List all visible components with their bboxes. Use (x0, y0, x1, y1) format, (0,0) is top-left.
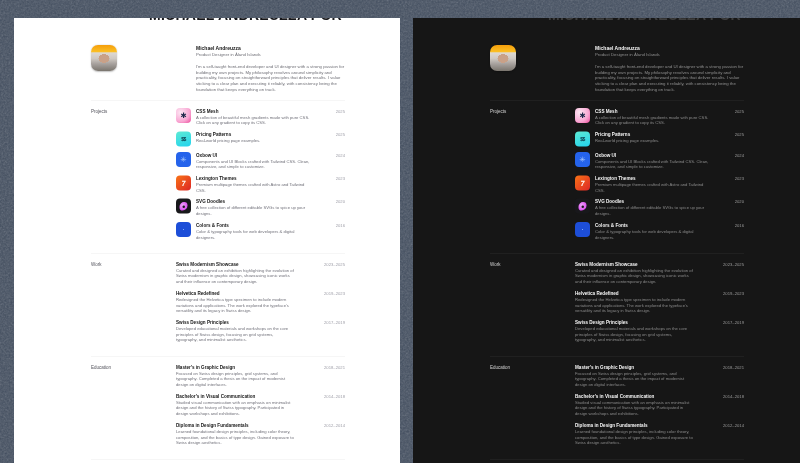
icon-glyph: ✳ (180, 156, 186, 164)
education-row[interactable]: Diploma in Design FundamentalsLearned fo… (176, 422, 345, 446)
avatar (91, 45, 117, 71)
icon-glyph: ✱ (180, 112, 186, 120)
work-row[interactable]: Swiss Modernism ShowcaseCurated and desi… (176, 261, 345, 285)
item-period: 2016 (314, 222, 345, 240)
item-period: 2012–2014 (314, 422, 345, 446)
item-description: Color & typography tools for web develop… (595, 229, 713, 240)
oxbow-ui-icon: ✳ (176, 152, 191, 167)
item-period: 2025 (314, 131, 345, 146)
profile-role: Product Designer in Åland Islands (196, 52, 345, 58)
projects-row[interactable]: ✳Oxbow UIComponents and UI Blocks crafte… (176, 152, 345, 170)
item-description: Components and UI Blocks crafted with Ta… (595, 158, 713, 169)
education-row[interactable]: Bachelor's in Visual CommunicationStudie… (575, 393, 744, 417)
item-period: 2023–2025 (314, 261, 345, 285)
item-description: A free collection of different editable … (196, 205, 314, 216)
css-mesh-icon: ✱ (575, 108, 590, 123)
cropped-page-heading: MICHAEL ANDREUZZA PORTFOLIO (548, 18, 744, 23)
item-description: Learned foundational design principles, … (575, 429, 693, 446)
lexington-themes-icon: 7 (575, 175, 590, 190)
item-description: Focused on Swiss design principles, grid… (176, 370, 294, 387)
projects-row[interactable]: $$Pricing PatternsReal-world pricing pag… (176, 131, 345, 146)
projects-row[interactable]: SVG DoodlesA free collection of differen… (575, 199, 744, 217)
item-period: 2019–2023 (713, 290, 744, 314)
projects-row[interactable]: ✳Oxbow UIComponents and UI Blocks crafte… (575, 152, 744, 170)
profile-header: Michael Andreuzza Product Designer in Ål… (14, 18, 400, 92)
item-period: 2023 (314, 175, 345, 193)
sections-list: Projects✱CSS MeshA collection of beautif… (413, 100, 799, 463)
item-period: 2020 (314, 199, 345, 217)
section-speaking: SpeakingThe Evolution of Swiss Typograph… (490, 459, 744, 463)
item-period: 2018–2021 (314, 364, 345, 388)
item-description: A free collection of different editable … (595, 205, 713, 216)
item-description: Real-world pricing page examples. (196, 138, 314, 144)
projects-row[interactable]: ✱CSS MeshA collection of beautiful mesh … (176, 108, 345, 126)
section-work: WorkSwiss Modernism ShowcaseCurated and … (490, 254, 744, 349)
profile-bio: I'm a self-taught front-end developer an… (196, 64, 345, 93)
colors-fonts-icon (575, 222, 590, 237)
item-description: A collection of beautiful mesh gradients… (595, 114, 713, 125)
education-row[interactable]: Master's in Graphic DesignFocused on Swi… (575, 364, 744, 388)
item-period: 2012–2014 (713, 422, 744, 446)
section-education: EducationMaster's in Graphic DesignFocus… (91, 356, 345, 451)
work-row[interactable]: Swiss Modernism ShowcaseCurated and desi… (575, 261, 744, 285)
projects-row[interactable]: Colors & FontsColor & typography tools f… (575, 222, 744, 240)
section-rows: Swiss Modernism ShowcaseCurated and desi… (575, 261, 744, 348)
profile-bio: I'm a self-taught front-end developer an… (595, 64, 744, 93)
icon-glyph: 7 (580, 179, 585, 187)
pricing-patterns-icon: $$ (575, 131, 590, 146)
section-speaking: SpeakingThe Evolution of Swiss Typograph… (91, 459, 345, 463)
item-description: Learned foundational design principles, … (176, 429, 294, 446)
icon-glyph: ✳ (579, 156, 585, 164)
item-description: Redesigned the Helvetica type specimen t… (575, 297, 693, 314)
item-period: 2024 (314, 152, 345, 170)
avatar (490, 45, 516, 71)
item-period: 2016 (713, 222, 744, 240)
item-period: 2014–2018 (713, 393, 744, 417)
section-label: Projects (91, 108, 176, 246)
item-description: Curated and designed an exhibition highl… (176, 268, 294, 285)
portfolio-panel-light: MICHAEL ANDREUZZA PORTFOLIO Michael Andr… (14, 18, 400, 463)
item-period: 2020 (713, 199, 744, 217)
projects-row[interactable]: $$Pricing PatternsReal-world pricing pag… (575, 131, 744, 146)
projects-row[interactable]: 7Lexington ThemesPremium multipage theme… (575, 175, 744, 193)
item-description: Premium multipage themes crafted with As… (595, 182, 713, 193)
icon-glyph: $$ (580, 136, 585, 141)
education-row[interactable]: Diploma in Design FundamentalsLearned fo… (575, 422, 744, 446)
item-description: A collection of beautiful mesh gradients… (196, 114, 314, 125)
item-description: Components and UI Blocks crafted with Ta… (196, 158, 314, 169)
projects-row[interactable]: Colors & FontsColor & typography tools f… (176, 222, 345, 240)
doodle-blob (180, 202, 188, 211)
projects-row[interactable]: SVG DoodlesA free collection of differen… (176, 199, 345, 217)
education-row[interactable]: Bachelor's in Visual CommunicationStudie… (176, 393, 345, 417)
item-period: 2024 (713, 152, 744, 170)
item-description: Studied visual communication with an emp… (575, 399, 693, 416)
work-row[interactable]: Helvetica RedefinedRedesigned the Helvet… (575, 290, 744, 314)
item-description: Curated and designed an exhibition highl… (575, 268, 693, 285)
education-row[interactable]: Master's in Graphic DesignFocused on Swi… (176, 364, 345, 388)
section-rows: Master's in Graphic DesignFocused on Swi… (575, 364, 744, 451)
section-projects: Projects✱CSS MeshA collection of beautif… (91, 100, 345, 245)
section-rows: ✱CSS MeshA collection of beautiful mesh … (176, 108, 345, 246)
work-row[interactable]: Swiss Design PrinciplesDeveloped educati… (176, 319, 345, 343)
profile-role: Product Designer in Åland Islands (595, 52, 744, 58)
work-row[interactable]: Swiss Design PrinciplesDeveloped educati… (575, 319, 744, 343)
item-period: 2023 (713, 175, 744, 193)
icon-glyph: $$ (181, 136, 186, 141)
colors-fonts-icon (176, 222, 191, 237)
section-label: Education (490, 364, 575, 451)
section-label: Projects (490, 108, 575, 246)
item-period: 2017–2019 (314, 319, 345, 343)
profile-header: Michael Andreuzza Product Designer in Ål… (413, 18, 799, 92)
item-description: Focused on Swiss design principles, grid… (575, 370, 693, 387)
oxbow-ui-icon: ✳ (575, 152, 590, 167)
projects-row[interactable]: ✱CSS MeshA collection of beautiful mesh … (575, 108, 744, 126)
item-period: 2025 (713, 131, 744, 146)
item-period: 2018–2021 (713, 364, 744, 388)
section-work: WorkSwiss Modernism ShowcaseCurated and … (91, 254, 345, 349)
work-row[interactable]: Helvetica RedefinedRedesigned the Helvet… (176, 290, 345, 314)
section-projects: Projects✱CSS MeshA collection of beautif… (490, 100, 744, 245)
projects-row[interactable]: 7Lexington ThemesPremium multipage theme… (176, 175, 345, 193)
item-period: 2025 (713, 108, 744, 126)
sections-list: Projects✱CSS MeshA collection of beautif… (14, 100, 400, 463)
item-period: 2014–2018 (314, 393, 345, 417)
